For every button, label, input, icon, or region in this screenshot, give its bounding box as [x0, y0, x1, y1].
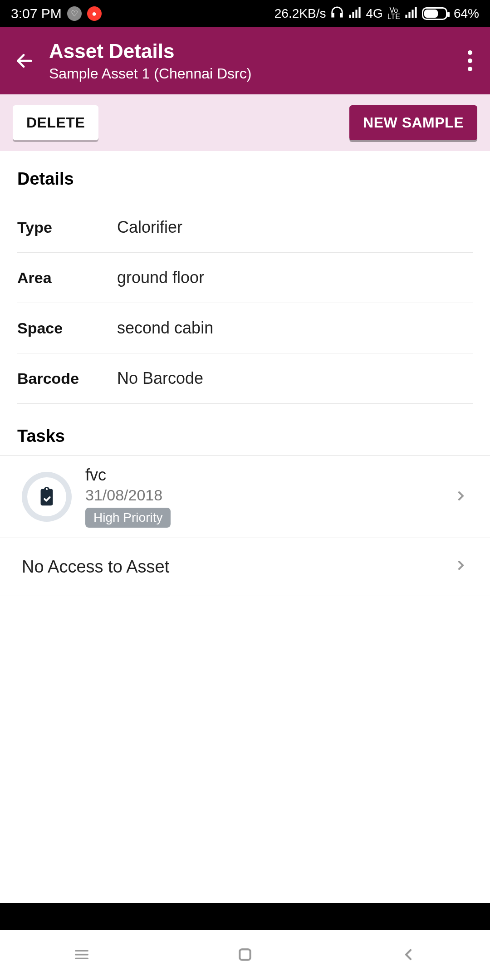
status-bar: 3:07 PM ♡ ● 26.2KB/s 4G VoLTE 64% [0, 0, 490, 27]
detail-label: Type [17, 219, 117, 236]
detail-value: second cabin [117, 318, 213, 338]
new-sample-button-label: NEW SAMPLE [363, 114, 464, 131]
heart-icon: ♡ [67, 6, 82, 21]
chevron-right-icon [454, 489, 468, 505]
page-title: Asset Details [49, 40, 461, 63]
detail-row-barcode: Barcode No Barcode [17, 353, 473, 404]
svg-rect-7 [415, 7, 416, 18]
svg-rect-6 [412, 10, 413, 18]
svg-rect-0 [349, 15, 351, 18]
no-access-item[interactable]: No Access to Asset [0, 538, 490, 596]
delete-button[interactable]: DELETE [13, 105, 98, 140]
priority-badge: High Priority [85, 508, 171, 528]
headphones-icon [330, 5, 344, 22]
svg-rect-1 [353, 12, 354, 18]
bottom-black-bar [0, 903, 490, 930]
nav-back-button[interactable] [399, 946, 417, 965]
status-battery-pct: 64% [454, 6, 479, 21]
arrow-left-icon [15, 51, 34, 71]
back-button[interactable] [11, 47, 38, 74]
app-header: Asset Details Sample Asset 1 (Chennai Ds… [0, 27, 490, 94]
status-time: 3:07 PM [11, 6, 62, 21]
system-nav-bar [0, 930, 490, 980]
new-sample-button[interactable]: NEW SAMPLE [349, 105, 477, 140]
task-status-icon [22, 472, 72, 522]
detail-label: Area [17, 269, 117, 287]
delete-button-label: DELETE [26, 114, 85, 131]
clipboard-check-icon [36, 486, 57, 507]
battery-icon [422, 7, 449, 20]
status-net-speed: 26.2KB/s [274, 6, 326, 21]
svg-rect-3 [359, 7, 361, 18]
overflow-menu-button[interactable] [461, 50, 479, 71]
task-name: fvc [85, 466, 440, 485]
action-bar: DELETE NEW SAMPLE [0, 94, 490, 151]
task-date: 31/08/2018 [85, 486, 440, 504]
signal-icon-2 [405, 6, 417, 22]
svg-rect-4 [405, 15, 407, 18]
svg-rect-12 [240, 949, 250, 960]
volte-icon: VoLTE [387, 7, 400, 20]
status-net-type: 4G [366, 6, 382, 21]
detail-row-space: Space second cabin [17, 303, 473, 353]
record-icon: ● [87, 6, 102, 21]
detail-label: Space [17, 319, 117, 337]
svg-rect-5 [408, 12, 410, 18]
nav-recent-button[interactable] [73, 946, 91, 965]
signal-icon [348, 6, 361, 22]
chevron-right-icon [454, 557, 468, 577]
no-access-label: No Access to Asset [22, 557, 169, 577]
detail-row-area: Area ground floor [17, 253, 473, 303]
tasks-section-title: Tasks [17, 426, 473, 446]
details-section-title: Details [17, 169, 473, 189]
detail-label: Barcode [17, 370, 117, 387]
task-item[interactable]: fvc 31/08/2018 High Priority [0, 456, 490, 538]
page-subtitle: Sample Asset 1 (Chennai Dsrc) [49, 65, 461, 82]
svg-rect-2 [356, 10, 358, 18]
detail-value: No Barcode [117, 369, 203, 388]
detail-value: Calorifier [117, 218, 182, 237]
detail-row-type: Type Calorifier [17, 202, 473, 253]
nav-home-button[interactable] [236, 946, 254, 965]
detail-value: ground floor [117, 268, 204, 287]
